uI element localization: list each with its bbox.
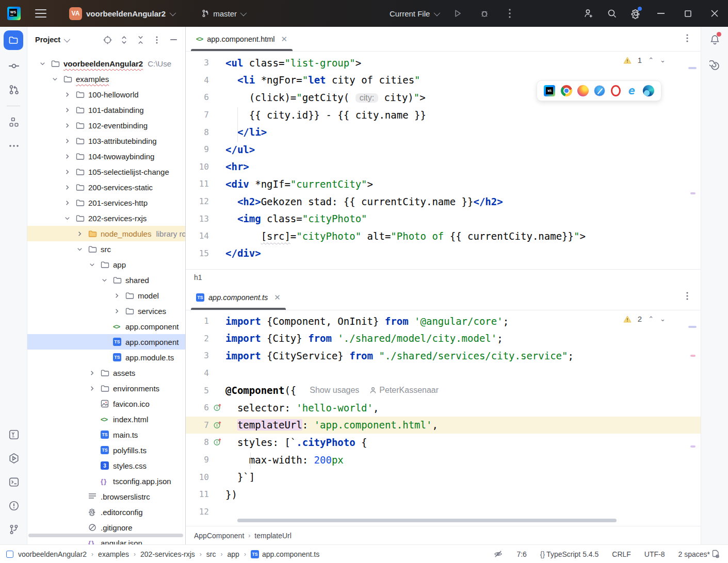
tree-chevron-icon[interactable] bbox=[63, 152, 76, 160]
search-everywhere-icon[interactable] bbox=[600, 0, 624, 27]
tree-chevron-icon[interactable] bbox=[63, 183, 76, 191]
tree-item-src[interactable]: src bbox=[27, 241, 185, 257]
expand-all-icon[interactable] bbox=[117, 33, 131, 46]
code-line-9[interactable]: 9 max-width: 200px bbox=[186, 451, 701, 469]
tree-item-services[interactable]: services bbox=[27, 303, 185, 319]
code-with-me-icon[interactable] bbox=[576, 0, 600, 27]
code-line-2[interactable]: 2import {City} from './shared/model/city… bbox=[186, 330, 701, 347]
tree-item-105-selectielijst-change[interactable]: 105-selectielijst-change bbox=[27, 164, 185, 179]
code-line-9[interactable]: 9</ul> bbox=[186, 141, 701, 158]
main-menu-icon[interactable] bbox=[35, 9, 46, 18]
ai-assistant-button[interactable] bbox=[701, 54, 728, 78]
run-button[interactable] bbox=[450, 0, 465, 27]
editor-options-kebab-icon[interactable] bbox=[686, 34, 688, 42]
tree-item-201-services-http[interactable]: 201-services-http bbox=[27, 195, 185, 210]
tab-app-component-ts[interactable]: TS app.component.ts ✕ bbox=[190, 285, 287, 310]
tree-item-app[interactable]: app bbox=[27, 257, 185, 272]
code-line-11[interactable]: 11<div *ngIf="currentCity"> bbox=[186, 175, 701, 193]
tree-item-index-html[interactable]: <>index.html bbox=[27, 411, 185, 427]
tree-item--editorconfig[interactable]: .editorconfig bbox=[27, 504, 185, 520]
tree-item-environments[interactable]: environments bbox=[27, 380, 185, 396]
debug-button[interactable] bbox=[477, 0, 492, 27]
tool-pull-requests-button[interactable] bbox=[0, 78, 27, 102]
tab-app-component-html[interactable]: <> app.component.html ✕ bbox=[190, 27, 294, 51]
tree-chevron-icon[interactable] bbox=[63, 121, 76, 129]
tree-chevron-icon[interactable] bbox=[76, 229, 88, 238]
tree-chevron-icon[interactable] bbox=[63, 198, 76, 207]
language-widget[interactable]: { } TypeScript 5.4.5 bbox=[540, 550, 598, 558]
tree-chevron-icon[interactable] bbox=[88, 260, 101, 269]
tree-chevron-icon[interactable] bbox=[63, 106, 76, 114]
intention-gutter-icon[interactable] bbox=[213, 438, 222, 446]
line-ending-widget[interactable]: CRLF bbox=[612, 550, 631, 558]
tree-chevron-icon[interactable] bbox=[63, 137, 76, 145]
code-line-12[interactable]: 12 <h2>Gekozen stad: {{ currentCity.name… bbox=[186, 193, 701, 210]
caret-position-widget[interactable]: 7:6 bbox=[516, 550, 526, 558]
tree-item-examples[interactable]: examples bbox=[27, 71, 185, 87]
bottom-editor-code[interactable]: 2 ⌃ ⌄ 1import {Component, OnInit} from '… bbox=[186, 310, 701, 526]
inspection-highlight-icon[interactable] bbox=[493, 549, 503, 559]
breadcrumb-appcomponent[interactable]: AppComponent bbox=[194, 532, 244, 540]
code-vision-usages[interactable]: Show usages bbox=[310, 386, 359, 395]
breadcrumb-h1[interactable]: h1 bbox=[194, 273, 202, 281]
bottom-inspections-widget[interactable]: 2 ⌃ ⌄ bbox=[623, 314, 666, 323]
tree-item-voorbeeldenangular2[interactable]: voorbeeldenAngular2C:\Use bbox=[27, 56, 185, 71]
tool-problems-button[interactable] bbox=[0, 494, 27, 518]
settings-gear-icon[interactable] bbox=[624, 0, 648, 27]
tree-chevron-icon[interactable] bbox=[39, 59, 51, 68]
editor-options-kebab-icon[interactable] bbox=[686, 292, 688, 300]
tree-item-104-twowaybinding[interactable]: 104-twowaybinding bbox=[27, 148, 185, 164]
nav-item-202-services-rxjs[interactable]: 202-services-rxjs bbox=[140, 550, 195, 558]
intention-gutter-icon[interactable] bbox=[213, 403, 222, 412]
tree-chevron-icon[interactable] bbox=[113, 291, 125, 300]
chrome-browser-icon[interactable] bbox=[561, 85, 572, 96]
vcs-branch-widget[interactable]: master bbox=[197, 7, 249, 21]
tree-chevron-icon[interactable] bbox=[88, 384, 101, 392]
tree-chevron-icon[interactable] bbox=[51, 75, 63, 83]
tree-chevron-icon[interactable] bbox=[63, 90, 76, 98]
intention-gutter-icon[interactable] bbox=[213, 421, 222, 429]
tree-item--browserslistrc[interactable]: .browserslistrc bbox=[27, 489, 185, 504]
more-actions-kebab-icon[interactable] bbox=[504, 0, 516, 27]
notifications-bell-button[interactable] bbox=[701, 27, 728, 52]
tool-commit-button[interactable] bbox=[0, 54, 27, 78]
indent-widget[interactable]: 2 spaces* bbox=[678, 550, 720, 558]
code-line-5[interactable]: 5@Component({Show usages PeterKassenaar bbox=[186, 382, 701, 399]
code-line-8[interactable]: 8 </li> bbox=[186, 123, 701, 141]
tool-git-button[interactable] bbox=[0, 518, 27, 541]
top-editor-code[interactable]: 1 ⌃ ⌄ WS e bbox=[186, 52, 701, 269]
tree-item-styles-css[interactable]: 3styles.css bbox=[27, 458, 185, 473]
nav-item-voorbeeldenangular2[interactable]: voorbeeldenAngular2 bbox=[18, 550, 87, 558]
tree-item-100-helloworld[interactable]: 100-helloworld bbox=[27, 87, 185, 102]
project-widget[interactable]: VA voorbeeldenAngular2 bbox=[65, 5, 179, 23]
code-line-13[interactable]: 13 <img class="cityPhoto" bbox=[186, 210, 701, 227]
code-line-12[interactable]: 12 bbox=[186, 503, 701, 521]
tree-chevron-icon[interactable] bbox=[76, 245, 88, 253]
encoding-widget[interactable]: UTF-8 bbox=[644, 550, 665, 558]
breadcrumb-templateurl[interactable]: templateUrl bbox=[254, 532, 292, 540]
tree-item--gitignore[interactable]: .gitignore bbox=[27, 520, 185, 535]
project-tree-horizontal-scrollbar[interactable] bbox=[28, 534, 183, 537]
safari-browser-icon[interactable] bbox=[594, 85, 605, 96]
top-inspections-widget[interactable]: 1 ⌃ ⌄ bbox=[623, 56, 666, 64]
code-line-10[interactable]: 10 }`] bbox=[186, 468, 701, 486]
code-line-7[interactable]: 7 templateUrl: 'app.component.html', bbox=[186, 417, 701, 434]
more-tool-windows-icon[interactable] bbox=[0, 134, 27, 158]
tree-item-102-eventbinding[interactable]: 102-eventbinding bbox=[27, 118, 185, 133]
tool-project-button[interactable] bbox=[4, 30, 23, 50]
internet-explorer-icon[interactable]: e bbox=[626, 85, 637, 96]
tree-item-node-modules[interactable]: node_moduleslibrary root bbox=[27, 226, 185, 241]
project-view-selector[interactable]: Project bbox=[35, 36, 69, 44]
tree-item-tsconfig-app-json[interactable]: { }tsconfig.app.json bbox=[27, 473, 185, 489]
tree-item-polyfills-ts[interactable]: TSpolyfills.ts bbox=[27, 442, 185, 458]
tool-services-button[interactable] bbox=[0, 446, 27, 470]
tree-chevron-icon[interactable] bbox=[88, 369, 101, 377]
code-line-11[interactable]: 11}) bbox=[186, 486, 701, 503]
prev-problem-icon[interactable]: ⌃ bbox=[648, 315, 654, 323]
code-line-3[interactable]: 3import {CityService} from "./shared/ser… bbox=[186, 347, 701, 365]
firefox-browser-icon[interactable] bbox=[577, 85, 589, 96]
tree-item-favicon-ico[interactable]: favicon.ico bbox=[27, 396, 185, 411]
collapse-all-icon[interactable] bbox=[134, 33, 147, 46]
run-configuration-selector[interactable]: Current File bbox=[390, 9, 439, 18]
tree-chevron-icon[interactable] bbox=[63, 168, 76, 176]
